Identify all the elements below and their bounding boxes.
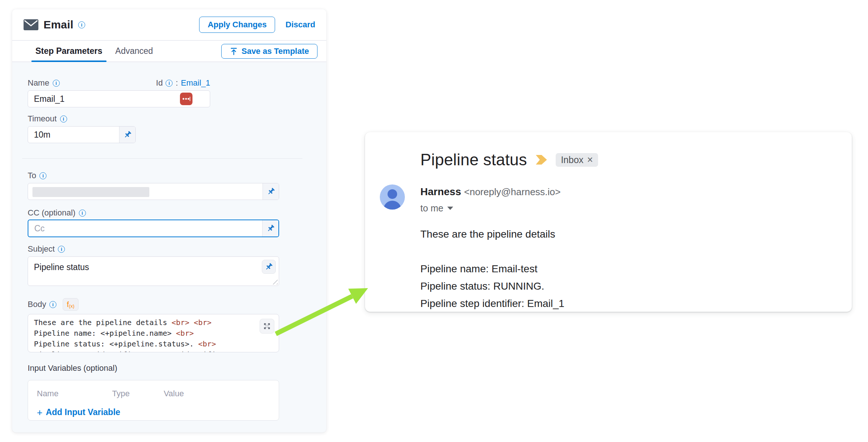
step-info-icon[interactable] (78, 21, 85, 28)
tab-advanced[interactable]: Advanced (111, 41, 157, 62)
panel-header: Email Apply Changes Discard (12, 9, 326, 41)
to-input[interactable] (28, 183, 263, 200)
subject-label: Subject (28, 244, 55, 254)
recipient-dropdown[interactable]: to me (420, 203, 561, 214)
timeout-input[interactable] (28, 127, 119, 143)
inbox-label-chip[interactable]: Inbox × (556, 153, 598, 167)
id-separator: : (176, 78, 178, 88)
sender-name: Harness (420, 186, 461, 197)
subject-info-icon[interactable] (58, 246, 65, 253)
body-info-icon[interactable] (49, 301, 56, 308)
text-type-badge-icon[interactable] (180, 93, 192, 105)
step-parameters-form: Name Id : Email_1 Time (12, 62, 326, 421)
resize-handle[interactable] (272, 279, 278, 284)
body-label: Body (28, 300, 46, 309)
sender-avatar[interactable] (380, 184, 405, 210)
id-value-link[interactable]: Email_1 (181, 78, 210, 88)
subject-value: Pipeline status (28, 257, 279, 278)
plus-icon: + (37, 408, 42, 417)
email-preview-card: Pipeline status Inbox × Harness<noreply@… (365, 132, 852, 312)
input-variables-table: Name Type Value + Add Input Variable (28, 380, 279, 421)
timeout-pin-icon[interactable] (119, 127, 135, 143)
cc-info-icon[interactable] (79, 210, 86, 217)
save-as-template-button[interactable]: Save as Template (221, 44, 317, 59)
input-variables-label: Input Variables (optional) (28, 363, 326, 373)
apply-changes-button[interactable]: Apply Changes (199, 17, 275, 33)
column-header-name: Name (37, 389, 112, 398)
to-pin-icon[interactable] (263, 183, 279, 200)
expression-fx-button[interactable]: f(x) (63, 298, 79, 311)
id-info-icon[interactable] (166, 80, 173, 87)
subject-pin-icon[interactable] (262, 260, 276, 274)
subject-textarea[interactable]: Pipeline status (28, 256, 279, 286)
to-label: To (28, 171, 36, 180)
timeout-label: Timeout (28, 114, 57, 124)
expand-editor-icon[interactable] (260, 319, 274, 334)
panel-title: Email (44, 18, 73, 31)
add-input-variable-button[interactable]: + Add Input Variable (37, 407, 120, 417)
sender-email: <noreply@harness.io> (464, 186, 561, 197)
tab-step-parameters[interactable]: Step Parameters (31, 41, 107, 62)
cc-input[interactable] (28, 220, 262, 236)
cc-pin-icon[interactable] (262, 220, 278, 236)
column-header-value: Value (164, 389, 184, 398)
discard-button[interactable]: Discard (285, 20, 315, 30)
panel-tabs: Step Parameters Advanced Save as Templat… (12, 41, 326, 62)
id-label: Id (156, 78, 163, 88)
name-label: Name (28, 78, 49, 88)
chevron-down-icon (447, 207, 453, 210)
timeout-info-icon[interactable] (60, 115, 67, 122)
email-body: These are the pipeline details Pipeline … (420, 225, 830, 312)
column-header-type: Type (112, 389, 164, 398)
name-info-icon[interactable] (53, 80, 60, 87)
body-editor[interactable]: These are the pipeline details <br> <br>… (28, 314, 279, 352)
cc-label: CC (optional) (28, 208, 76, 218)
email-subject-title: Pipeline status (420, 151, 527, 169)
email-step-config-panel: Email Apply Changes Discard Step Paramet… (12, 9, 326, 432)
save-as-template-label: Save as Template (242, 46, 309, 56)
body-editor-content: These are the pipeline details <br> <br>… (34, 317, 273, 352)
to-info-icon[interactable] (39, 172, 46, 179)
upload-icon (230, 47, 238, 55)
section-divider (22, 158, 302, 159)
chip-close-icon[interactable]: × (587, 155, 593, 165)
email-step-icon (23, 19, 39, 31)
importance-marker-icon[interactable] (536, 155, 547, 165)
